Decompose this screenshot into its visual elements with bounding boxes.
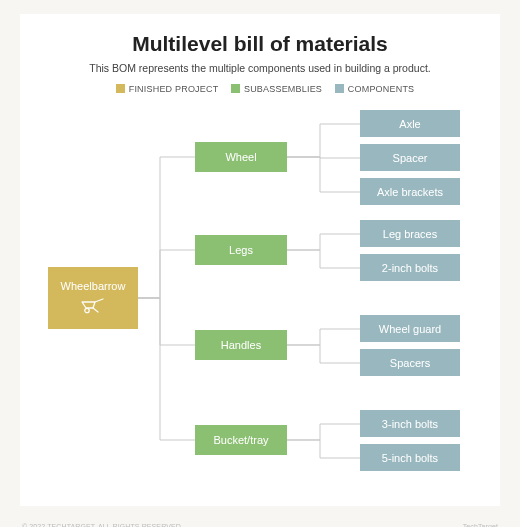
sub-label: Handles xyxy=(221,339,261,351)
comp-label: 2-inch bolts xyxy=(382,262,438,274)
page-subtitle: This BOM represents the multiple compone… xyxy=(20,56,500,74)
sub-node-handles: Handles xyxy=(195,330,287,360)
comp-label: Spacer xyxy=(393,152,428,164)
page-title: Multilevel bill of materials xyxy=(20,14,500,56)
diagram-card: Multilevel bill of materials This BOM re… xyxy=(20,14,500,506)
sub-node-wheel: Wheel xyxy=(195,142,287,172)
comp-node-spacers: Spacers xyxy=(360,349,460,376)
root-node: Wheelbarrow xyxy=(48,267,138,329)
comp-label: Leg braces xyxy=(383,228,437,240)
footer-brand: TechTarget xyxy=(463,523,498,527)
sub-label: Bucket/tray xyxy=(213,434,268,446)
comp-node-axle-brackets: Axle brackets xyxy=(360,178,460,205)
sub-label: Legs xyxy=(229,244,253,256)
comp-label: Wheel guard xyxy=(379,323,441,335)
footer-copyright: © 2022 TECHTARGET. ALL RIGHTS RESERVED xyxy=(22,523,181,527)
comp-node-spacer: Spacer xyxy=(360,144,460,171)
svg-point-0 xyxy=(85,308,89,312)
comp-node-3inch-bolts: 3-inch bolts xyxy=(360,410,460,437)
legend-finished-label: FINISHED PROJECT xyxy=(129,84,219,94)
swatch-finished xyxy=(116,84,125,93)
comp-node-5inch-bolts: 5-inch bolts xyxy=(360,444,460,471)
sub-node-legs: Legs xyxy=(195,235,287,265)
comp-node-axle: Axle xyxy=(360,110,460,137)
sub-node-bucket: Bucket/tray xyxy=(195,425,287,455)
comp-node-wheel-guard: Wheel guard xyxy=(360,315,460,342)
bom-diagram: Wheelbarrow Wheel Legs Handles Bucket/tr… xyxy=(20,102,500,492)
root-label: Wheelbarrow xyxy=(61,280,126,292)
legend: FINISHED PROJECT SUBASSEMBLIES COMPONENT… xyxy=(20,74,500,94)
swatch-comp xyxy=(335,84,344,93)
legend-comp-label: COMPONENTS xyxy=(348,84,415,94)
comp-label: 5-inch bolts xyxy=(382,452,438,464)
swatch-sub xyxy=(231,84,240,93)
wheelbarrow-icon xyxy=(80,296,106,316)
comp-label: Axle xyxy=(399,118,420,130)
comp-label: 3-inch bolts xyxy=(382,418,438,430)
comp-node-leg-braces: Leg braces xyxy=(360,220,460,247)
comp-label: Spacers xyxy=(390,357,430,369)
sub-label: Wheel xyxy=(225,151,256,163)
comp-node-2inch-bolts: 2-inch bolts xyxy=(360,254,460,281)
legend-sub-label: SUBASSEMBLIES xyxy=(244,84,322,94)
comp-label: Axle brackets xyxy=(377,186,443,198)
